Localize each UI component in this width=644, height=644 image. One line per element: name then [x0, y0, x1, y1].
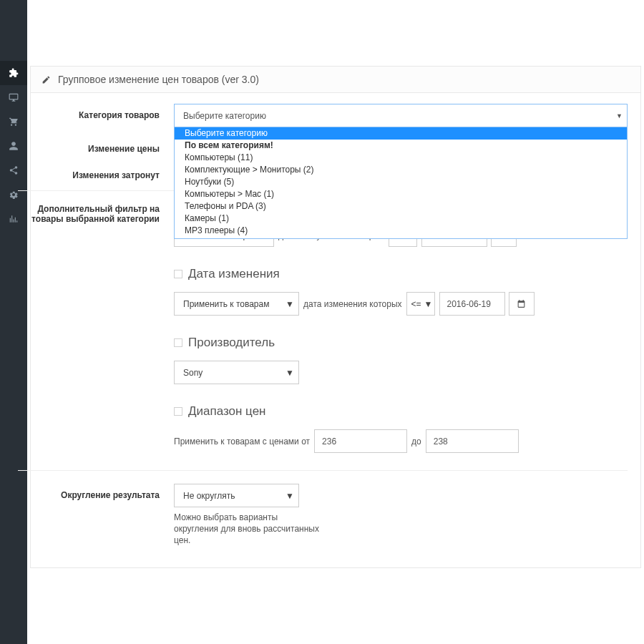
- caret-down-icon: ▼: [616, 112, 623, 119]
- checkbox-price-range[interactable]: [174, 407, 182, 416]
- panel-heading: Групповое изменение цен товаров (ver 3.0…: [31, 67, 640, 93]
- label-rounding: Округление результата: [31, 484, 174, 500]
- puzzle-icon: [9, 68, 19, 78]
- date-modified-mode-select[interactable]: Применить к товарам ▼: [174, 292, 299, 316]
- category-option[interactable]: Выберите категорию: [175, 127, 627, 140]
- sidebar-item-sales[interactable]: [0, 109, 27, 134]
- caret-down-icon: ▼: [424, 299, 433, 309]
- sidebar-item-catalog[interactable]: [0, 85, 27, 109]
- caret-down-icon: ▼: [286, 368, 294, 378]
- date-modified-calendar-button[interactable]: [509, 292, 535, 316]
- separator: [18, 470, 628, 471]
- panel: Групповое изменение цен товаров (ver 3.0…: [30, 66, 641, 568]
- label-extra-filter: Дополнительный фильтр на товары выбранно…: [31, 204, 174, 224]
- checkbox-manufacturer[interactable]: [174, 338, 182, 347]
- date-modified-hint: дата изменения которых: [303, 299, 402, 309]
- category-select-value: Выберите категорию: [183, 111, 266, 121]
- category-option[interactable]: Ноутбуки (5): [175, 176, 627, 188]
- gear-icon: [9, 190, 19, 200]
- main-content: Групповое изменение цен товаров (ver 3.0…: [27, 0, 644, 644]
- date-modified-op-select[interactable]: <= ▼: [406, 292, 435, 316]
- sidebar-item-reports[interactable]: [0, 207, 27, 231]
- sidebar-item-customers[interactable]: [0, 134, 27, 158]
- share-icon: [9, 165, 19, 175]
- caret-down-icon: ▼: [286, 491, 294, 501]
- category-select[interactable]: Выберите категорию ▼: [174, 104, 628, 127]
- rounding-help: Можно выбрать варианты округления для вн…: [174, 512, 324, 547]
- price-to-input[interactable]: [426, 429, 519, 453]
- category-option[interactable]: Телефоны и PDA (3): [175, 200, 627, 213]
- price-range-hint-to: до: [411, 436, 421, 447]
- category-dropdown: Выберите категорию По всем категориям! К…: [174, 127, 628, 239]
- heading-manufacturer: Производитель: [188, 336, 275, 350]
- pencil-icon: [42, 75, 51, 84]
- sidebar-item-extensions[interactable]: [0, 61, 27, 85]
- panel-title: Групповое изменение цен товаров (ver 3.0…: [58, 74, 259, 85]
- label-changes-affect: Изменения затронут: [31, 164, 174, 180]
- date-modified-input[interactable]: [439, 292, 505, 316]
- category-option[interactable]: MP3 плееры (4): [175, 225, 627, 237]
- label-category: Категория товаров: [31, 104, 174, 120]
- calendar-icon: [517, 299, 526, 308]
- price-range-hint-from: Применить к товарам с ценами от: [174, 436, 310, 447]
- heading-date-modified: Дата изменения: [188, 267, 280, 281]
- price-from-input[interactable]: [314, 429, 407, 453]
- chart-icon: [9, 214, 19, 224]
- heading-price-range: Диапазон цен: [188, 404, 266, 419]
- rounding-select[interactable]: Не округлять ▼: [174, 484, 299, 507]
- sidebar-item-system[interactable]: [0, 182, 27, 207]
- caret-down-icon: ▼: [286, 299, 294, 309]
- cart-icon: [9, 117, 19, 127]
- category-option[interactable]: Компьютеры > Mac (1): [175, 188, 627, 200]
- manufacturer-select[interactable]: Sony ▼: [174, 361, 299, 384]
- user-icon: [9, 141, 19, 151]
- checkbox-date-modified[interactable]: [174, 270, 182, 278]
- label-price-change: Изменение цены: [31, 137, 174, 154]
- category-option[interactable]: Комплектующие > Мониторы (2): [175, 164, 627, 176]
- category-option[interactable]: По всем категориям!: [175, 140, 627, 152]
- monitor-icon: [9, 92, 19, 102]
- category-option[interactable]: Камеры (1): [175, 213, 627, 225]
- admin-sidebar: [0, 0, 27, 644]
- category-option[interactable]: Компьютеры (11): [175, 152, 627, 164]
- sidebar-item-marketing[interactable]: [0, 158, 27, 182]
